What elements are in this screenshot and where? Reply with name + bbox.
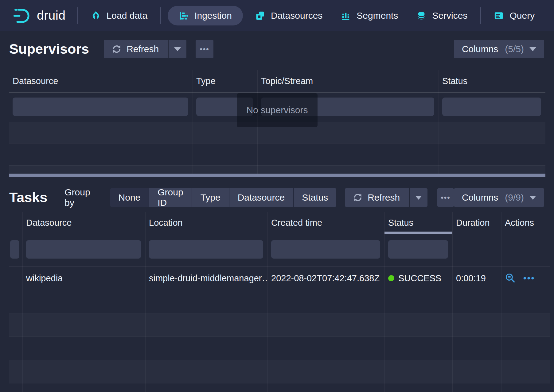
column-header-status[interactable]: Status bbox=[439, 70, 545, 92]
druid-console: druid Load data Ingestion bbox=[0, 0, 554, 392]
empty-table-row bbox=[9, 144, 545, 165]
group-by-none-button[interactable]: None bbox=[110, 188, 149, 207]
columns-count: (5/5) bbox=[505, 44, 524, 54]
more-icon: ••• bbox=[200, 45, 209, 53]
nav-divider bbox=[160, 7, 161, 24]
nav-item-services[interactable]: Services bbox=[407, 0, 477, 31]
group-by-status-button[interactable]: Status bbox=[293, 188, 336, 207]
horizontal-scrollbar[interactable] bbox=[9, 174, 545, 177]
gantt-chart-icon bbox=[179, 11, 189, 21]
supervisors-table-header-row: Datasource Type Topic/Stream Status bbox=[9, 70, 545, 93]
druid-logo[interactable]: druid bbox=[12, 7, 66, 24]
column-header-duration[interactable]: Duration bbox=[452, 212, 501, 234]
group-by-button-group: None Group ID Type Datasource Status bbox=[110, 188, 337, 207]
cell-created-time: 2022-08-02T07:42:47.638Z bbox=[267, 267, 384, 290]
status-filter-input[interactable] bbox=[388, 240, 448, 259]
supervisors-more-button[interactable]: ••• bbox=[196, 40, 213, 58]
supervisors-refresh-button[interactable]: Refresh bbox=[104, 40, 168, 58]
cell-datasource: wikipedia bbox=[22, 267, 145, 290]
column-divider bbox=[145, 212, 146, 392]
column-header-datasource[interactable]: Datasource bbox=[9, 70, 193, 92]
nav-divider bbox=[480, 7, 481, 24]
row-more-actions-icon[interactable]: ••• bbox=[523, 273, 535, 283]
chevron-down-icon bbox=[529, 47, 536, 51]
group-by-label: Group by bbox=[64, 187, 99, 208]
druid-logo-icon bbox=[12, 7, 33, 24]
console-icon bbox=[494, 11, 504, 21]
bar-chart-icon bbox=[341, 11, 351, 21]
table-row-wikipedia[interactable]: wikipedia simple-druid-middlemanager… 20… bbox=[9, 266, 550, 290]
column-header-location[interactable]: Location bbox=[145, 212, 267, 234]
chevron-down-icon bbox=[174, 47, 181, 51]
column-divider bbox=[439, 70, 439, 174]
nav-item-ingestion-active[interactable]: Ingestion bbox=[168, 6, 243, 25]
empty-table-row bbox=[9, 383, 550, 392]
supervisors-columns-button[interactable]: Columns (5/5) bbox=[454, 40, 544, 58]
nav-item-load-data[interactable]: Load data bbox=[82, 0, 157, 31]
column-divider bbox=[501, 212, 501, 392]
cell-duration: 0:00:19 bbox=[452, 267, 501, 290]
tasks-columns-button[interactable]: Columns (9/9) bbox=[454, 188, 544, 207]
group-by-datasource-button[interactable]: Datasource bbox=[229, 188, 293, 207]
status-filter-input[interactable] bbox=[442, 98, 541, 116]
empty-table-row bbox=[9, 290, 550, 313]
tasks-refresh-button[interactable]: Refresh bbox=[345, 188, 409, 207]
supervisors-table: Datasource Type Topic/Stream Status No s… bbox=[9, 70, 545, 177]
tasks-refresh-caret-button[interactable] bbox=[410, 188, 427, 207]
empty-table-row bbox=[9, 313, 550, 337]
column-header-type[interactable]: Type bbox=[193, 70, 257, 92]
nav-item-query[interactable]: Query bbox=[485, 0, 544, 31]
top-nav: druid Load data Ingestion bbox=[0, 0, 554, 31]
nav-item-label: Services bbox=[432, 10, 467, 21]
row-expander-cell bbox=[9, 267, 22, 290]
column-header-actions[interactable]: Actions bbox=[501, 212, 550, 234]
nav-item-segments[interactable]: Segments bbox=[332, 0, 407, 31]
tasks-more-button[interactable]: ••• bbox=[437, 188, 454, 207]
refresh-icon bbox=[353, 193, 363, 202]
supervisors-header: Supervisors Refresh bbox=[0, 36, 554, 62]
columns-label: Columns bbox=[462, 44, 498, 54]
nav-item-label: Datasources bbox=[271, 10, 322, 21]
expander-filter-input[interactable] bbox=[10, 240, 19, 259]
group-by-group-id-button[interactable]: Group ID bbox=[149, 188, 191, 207]
more-icon: ••• bbox=[441, 193, 450, 202]
column-header-expander bbox=[9, 212, 22, 234]
datasource-filter-input[interactable] bbox=[13, 98, 188, 116]
column-divider bbox=[452, 212, 453, 392]
column-header-datasource[interactable]: Datasource bbox=[22, 212, 145, 234]
refresh-icon bbox=[112, 44, 122, 54]
nav-divider bbox=[77, 7, 78, 24]
location-filter-input[interactable] bbox=[149, 240, 263, 259]
column-header-topic-stream[interactable]: Topic/Stream bbox=[257, 70, 439, 92]
tasks-table-header-row: Datasource Location Created time Status … bbox=[9, 212, 550, 234]
nav-item-datasources[interactable]: Datasources bbox=[246, 0, 332, 31]
nav-item-label: Query bbox=[509, 10, 535, 21]
inspect-magnifier-icon[interactable] bbox=[505, 273, 516, 284]
success-status-dot bbox=[388, 275, 394, 281]
chevron-down-icon bbox=[529, 196, 536, 200]
columns-label: Columns bbox=[462, 192, 498, 203]
tasks-title: Tasks bbox=[9, 190, 47, 206]
refresh-label: Refresh bbox=[368, 192, 400, 203]
column-divider bbox=[22, 212, 23, 392]
empty-table-row bbox=[9, 360, 550, 383]
columns-count: (9/9) bbox=[505, 192, 524, 203]
datasource-filter-input[interactable] bbox=[26, 240, 141, 259]
tasks-filter-row bbox=[9, 234, 550, 266]
column-header-created-time[interactable]: Created time bbox=[267, 212, 384, 234]
column-header-status-sorted[interactable]: Status bbox=[384, 212, 452, 234]
nav-item-label: Load data bbox=[107, 10, 147, 21]
cell-actions: ••• bbox=[501, 267, 550, 290]
cell-location: simple-druid-middlemanager… bbox=[145, 267, 267, 290]
empty-table-row bbox=[9, 337, 550, 360]
refresh-label: Refresh bbox=[127, 44, 159, 54]
supervisors-refresh-caret-button[interactable] bbox=[169, 40, 186, 58]
created-time-filter-input[interactable] bbox=[271, 240, 380, 259]
column-divider bbox=[267, 212, 268, 392]
empty-table-row bbox=[9, 165, 545, 174]
nav-item-label: Ingestion bbox=[194, 10, 232, 21]
stacked-squares-icon bbox=[255, 11, 265, 21]
status-badge: SUCCESS bbox=[398, 273, 441, 283]
group-by-type-button[interactable]: Type bbox=[192, 188, 229, 207]
column-divider bbox=[193, 70, 193, 174]
